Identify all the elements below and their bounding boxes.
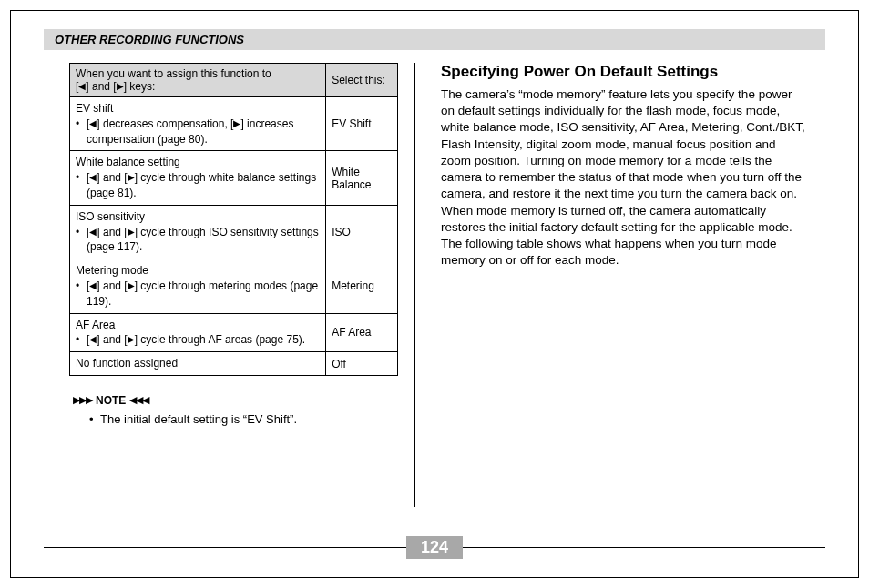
table-row: ISO sensitivity •[◀] and [▶] cycle throu… bbox=[70, 205, 398, 259]
note-heading: ▶▶▶ NOTE ◀◀◀ bbox=[69, 394, 398, 407]
row-select: EV Shift bbox=[326, 97, 398, 151]
row-desc: White balance setting •[◀] and [▶] cycle… bbox=[70, 151, 326, 205]
right-heading: Specifying Power On Default Settings bbox=[441, 63, 809, 81]
bullet-icon: • bbox=[89, 412, 97, 426]
page-number: 124 bbox=[406, 536, 463, 559]
table-row: AF Area •[◀] and [▶] cycle through AF ar… bbox=[70, 313, 398, 352]
left-arrow-icon: ◀ bbox=[89, 334, 97, 344]
left-arrow-icon: ◀ bbox=[78, 81, 86, 91]
note-deco-right-icon: ▶▶▶ bbox=[73, 394, 92, 406]
footer-rule-left bbox=[44, 547, 406, 548]
note-body: • The initial default setting is “EV Shi… bbox=[69, 412, 398, 426]
row-select: ISO bbox=[326, 205, 398, 259]
left-arrow-icon: ◀ bbox=[89, 172, 97, 182]
note-text: The initial default setting is “EV Shift… bbox=[100, 412, 297, 426]
row-select: White Balance bbox=[326, 151, 398, 205]
page-footer: 124 bbox=[11, 535, 858, 559]
mid: ] and [ bbox=[97, 171, 127, 184]
row-title: AF Area bbox=[76, 318, 320, 333]
right-paragraph-1: The camera’s “mode memory” feature lets … bbox=[441, 86, 809, 236]
left-arrow-icon: ◀ bbox=[89, 280, 97, 290]
mid: ] and [ bbox=[97, 333, 127, 346]
bullet-icon: • bbox=[76, 332, 85, 348]
table-row: No function assigned Off bbox=[70, 352, 398, 376]
right-arrow-icon: ▶ bbox=[233, 118, 240, 128]
row-detail: [◀] and [▶] cycle through AF areas (page… bbox=[85, 332, 320, 348]
table-row: Metering mode •[◀] and [▶] cycle through… bbox=[70, 259, 398, 313]
row-select: Metering bbox=[326, 259, 398, 313]
row-desc: No function assigned bbox=[70, 352, 326, 376]
hdr-post: ] keys: bbox=[124, 80, 156, 93]
row-select: AF Area bbox=[326, 313, 398, 352]
hdr-mid: ] and [ bbox=[86, 80, 116, 93]
right-arrow-icon: ▶ bbox=[128, 172, 135, 182]
function-assignment-table: When you want to assign this function to… bbox=[69, 63, 398, 376]
row-desc: Metering mode •[◀] and [▶] cycle through… bbox=[70, 259, 326, 313]
mid: ] and [ bbox=[97, 279, 127, 292]
header-line1: When you want to assign this function to bbox=[76, 67, 271, 80]
note-label: NOTE bbox=[96, 394, 126, 407]
table-header-function: When you want to assign this function to… bbox=[70, 64, 326, 97]
note-deco-left-icon: ◀◀◀ bbox=[129, 394, 148, 406]
table-row: EV shift •[◀] decreases compensation, [▶… bbox=[70, 97, 398, 151]
left-arrow-icon: ◀ bbox=[89, 227, 97, 237]
right-arrow-icon: ▶ bbox=[128, 334, 135, 344]
bullet-icon: • bbox=[76, 225, 85, 256]
footer-rule-right bbox=[463, 547, 825, 548]
left-arrow-icon: ◀ bbox=[89, 118, 97, 128]
row-desc: ISO sensitivity •[◀] and [▶] cycle throu… bbox=[70, 205, 326, 259]
right-column: Specifying Power On Default Settings The… bbox=[415, 63, 816, 507]
left-column: When you want to assign this function to… bbox=[44, 63, 415, 507]
bullet-icon: • bbox=[76, 117, 85, 147]
section-header-title: OTHER RECORDING FUNCTIONS bbox=[55, 33, 244, 46]
bullet-icon: • bbox=[76, 170, 85, 201]
right-arrow-icon: ▶ bbox=[128, 280, 135, 290]
row-select: Off bbox=[326, 352, 398, 376]
table-header-row: When you want to assign this function to… bbox=[70, 64, 398, 97]
page-frame: OTHER RECORDING FUNCTIONS When you want … bbox=[10, 10, 859, 578]
content-columns: When you want to assign this function to… bbox=[44, 63, 825, 507]
row-desc: EV shift •[◀] decreases compensation, [▶… bbox=[70, 97, 326, 151]
mid: ] decreases compensation, [ bbox=[97, 117, 233, 130]
mid: ] and [ bbox=[97, 226, 127, 238]
table-header-select: Select this: bbox=[326, 64, 398, 97]
right-arrow-icon: ▶ bbox=[128, 227, 135, 237]
row-title: EV shift bbox=[76, 101, 320, 117]
table-row: White balance setting •[◀] and [▶] cycle… bbox=[70, 151, 398, 205]
row-detail: [◀] and [▶] cycle through ISO sensitivit… bbox=[85, 225, 320, 256]
section-header: OTHER RECORDING FUNCTIONS bbox=[44, 29, 825, 50]
row-detail: [◀] and [▶] cycle through white balance … bbox=[85, 170, 320, 201]
post: ] cycle through AF areas (page 75). bbox=[135, 333, 305, 346]
row-detail: [◀] and [▶] cycle through metering modes… bbox=[85, 279, 320, 309]
right-paragraph-2: The following table shows what happens w… bbox=[441, 236, 809, 269]
right-arrow-icon: ▶ bbox=[117, 81, 124, 91]
row-title: ISO sensitivity bbox=[76, 209, 320, 225]
row-title: Metering mode bbox=[76, 263, 320, 279]
row-desc: AF Area •[◀] and [▶] cycle through AF ar… bbox=[70, 313, 326, 352]
bullet-icon: • bbox=[76, 279, 85, 309]
row-title: White balance setting bbox=[76, 155, 320, 170]
row-detail: [◀] decreases compensation, [▶] increase… bbox=[85, 117, 320, 147]
